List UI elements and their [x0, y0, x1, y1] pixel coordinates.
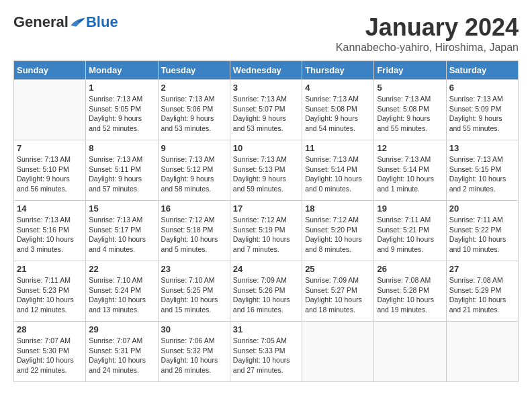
calendar-cell: 17Sunrise: 7:12 AMSunset: 5:19 PMDayligh… — [230, 201, 302, 261]
cell-info: Sunrise: 7:13 AMSunset: 5:10 PMDaylight:… — [17, 154, 83, 194]
day-number: 4 — [305, 83, 371, 93]
day-number: 5 — [377, 83, 443, 93]
cell-info: Sunrise: 7:07 AMSunset: 5:31 PMDaylight:… — [89, 336, 154, 375]
cell-info: Sunrise: 7:13 AMSunset: 5:14 PMDaylight:… — [377, 154, 443, 194]
day-number: 23 — [161, 264, 227, 274]
weekday-header-cell: Tuesday — [158, 61, 230, 80]
day-number: 28 — [17, 324, 83, 334]
day-number: 6 — [449, 83, 515, 93]
logo-blue: Blue — [86, 13, 118, 31]
day-number: 19 — [377, 203, 443, 214]
calendar-cell: 20Sunrise: 7:11 AMSunset: 5:22 PMDayligh… — [446, 201, 518, 261]
day-number: 24 — [233, 264, 299, 274]
calendar-cell: 25Sunrise: 7:09 AMSunset: 5:27 PMDayligh… — [302, 261, 374, 322]
day-number: 26 — [377, 264, 443, 274]
day-number: 1 — [89, 83, 154, 93]
day-number: 21 — [17, 264, 83, 274]
calendar-cell: 8Sunrise: 7:13 AMSunset: 5:11 PMDaylight… — [86, 140, 158, 201]
calendar-cell — [14, 80, 86, 140]
calendar-cell: 14Sunrise: 7:13 AMSunset: 5:16 PMDayligh… — [14, 201, 86, 261]
calendar-week-row: 1Sunrise: 7:13 AMSunset: 5:05 PMDaylight… — [14, 80, 519, 140]
calendar-cell: 3Sunrise: 7:13 AMSunset: 5:07 PMDaylight… — [230, 80, 302, 140]
calendar-cell: 31Sunrise: 7:05 AMSunset: 5:33 PMDayligh… — [230, 322, 302, 382]
calendar-cell: 23Sunrise: 7:10 AMSunset: 5:25 PMDayligh… — [158, 261, 230, 322]
calendar-cell: 11Sunrise: 7:13 AMSunset: 5:14 PMDayligh… — [302, 140, 374, 201]
weekday-header-cell: Monday — [86, 61, 158, 80]
day-number: 3 — [233, 83, 299, 93]
day-number: 11 — [305, 143, 371, 153]
cell-info: Sunrise: 7:09 AMSunset: 5:26 PMDaylight:… — [233, 275, 299, 315]
weekday-header-cell: Thursday — [302, 61, 374, 80]
cell-info: Sunrise: 7:13 AMSunset: 5:15 PMDaylight:… — [449, 154, 515, 194]
cell-info: Sunrise: 7:11 AMSunset: 5:23 PMDaylight:… — [17, 275, 83, 315]
calendar-cell: 6Sunrise: 7:13 AMSunset: 5:09 PMDaylight… — [446, 80, 518, 140]
day-number: 2 — [161, 83, 227, 93]
cell-info: Sunrise: 7:09 AMSunset: 5:27 PMDaylight:… — [305, 275, 371, 315]
day-number: 17 — [233, 203, 299, 214]
cell-info: Sunrise: 7:13 AMSunset: 5:09 PMDaylight:… — [449, 94, 515, 134]
calendar-cell: 2Sunrise: 7:13 AMSunset: 5:06 PMDaylight… — [158, 80, 230, 140]
cell-info: Sunrise: 7:06 AMSunset: 5:32 PMDaylight:… — [161, 336, 227, 375]
day-number: 9 — [161, 143, 227, 153]
calendar-cell: 7Sunrise: 7:13 AMSunset: 5:10 PMDaylight… — [14, 140, 86, 201]
weekday-header-cell: Friday — [374, 61, 446, 80]
cell-info: Sunrise: 7:13 AMSunset: 5:05 PMDaylight:… — [89, 94, 154, 134]
page-header: General Blue January 2024 Kannabecho-yah… — [13, 13, 519, 54]
day-number: 20 — [449, 203, 515, 214]
logo: General Blue — [13, 13, 118, 31]
calendar-cell: 28Sunrise: 7:07 AMSunset: 5:30 PMDayligh… — [14, 322, 86, 382]
day-number: 25 — [305, 264, 371, 274]
day-number: 29 — [89, 324, 154, 334]
day-number: 10 — [233, 143, 299, 153]
calendar-table: SundayMondayTuesdayWednesdayThursdayFrid… — [13, 60, 519, 382]
day-number: 16 — [161, 203, 227, 214]
calendar-cell: 29Sunrise: 7:07 AMSunset: 5:31 PMDayligh… — [86, 322, 158, 382]
calendar-cell: 19Sunrise: 7:11 AMSunset: 5:21 PMDayligh… — [374, 201, 446, 261]
title-area: January 2024 Kannabecho-yahiro, Hiroshim… — [336, 13, 519, 54]
day-number: 13 — [449, 143, 515, 153]
calendar-cell: 21Sunrise: 7:11 AMSunset: 5:23 PMDayligh… — [14, 261, 86, 322]
weekday-header-row: SundayMondayTuesdayWednesdayThursdayFrid… — [14, 61, 519, 80]
cell-info: Sunrise: 7:13 AMSunset: 5:07 PMDaylight:… — [233, 94, 299, 134]
calendar-cell: 18Sunrise: 7:12 AMSunset: 5:20 PMDayligh… — [302, 201, 374, 261]
weekday-header-cell: Saturday — [446, 61, 518, 80]
cell-info: Sunrise: 7:13 AMSunset: 5:16 PMDaylight:… — [17, 215, 83, 255]
calendar-cell: 12Sunrise: 7:13 AMSunset: 5:14 PMDayligh… — [374, 140, 446, 201]
calendar-cell: 4Sunrise: 7:13 AMSunset: 5:08 PMDaylight… — [302, 80, 374, 140]
calendar-cell — [446, 322, 518, 382]
calendar-cell: 13Sunrise: 7:13 AMSunset: 5:15 PMDayligh… — [446, 140, 518, 201]
cell-info: Sunrise: 7:10 AMSunset: 5:24 PMDaylight:… — [89, 275, 154, 315]
day-number: 18 — [305, 203, 371, 214]
calendar-week-row: 21Sunrise: 7:11 AMSunset: 5:23 PMDayligh… — [14, 261, 519, 322]
cell-info: Sunrise: 7:08 AMSunset: 5:29 PMDaylight:… — [449, 275, 515, 315]
cell-info: Sunrise: 7:13 AMSunset: 5:08 PMDaylight:… — [377, 94, 443, 134]
day-number: 31 — [233, 324, 299, 334]
day-number: 22 — [89, 264, 154, 274]
cell-info: Sunrise: 7:13 AMSunset: 5:11 PMDaylight:… — [89, 154, 154, 194]
day-number: 8 — [89, 143, 154, 153]
calendar-cell: 24Sunrise: 7:09 AMSunset: 5:26 PMDayligh… — [230, 261, 302, 322]
calendar-cell: 15Sunrise: 7:13 AMSunset: 5:17 PMDayligh… — [86, 201, 158, 261]
calendar-cell: 16Sunrise: 7:12 AMSunset: 5:18 PMDayligh… — [158, 201, 230, 261]
day-number: 15 — [89, 203, 154, 214]
cell-info: Sunrise: 7:13 AMSunset: 5:08 PMDaylight:… — [305, 94, 371, 134]
day-number: 14 — [17, 203, 83, 214]
calendar-cell: 5Sunrise: 7:13 AMSunset: 5:08 PMDaylight… — [374, 80, 446, 140]
logo-general: General — [13, 13, 69, 31]
cell-info: Sunrise: 7:12 AMSunset: 5:18 PMDaylight:… — [161, 215, 227, 255]
weekday-header-cell: Wednesday — [230, 61, 302, 80]
cell-info: Sunrise: 7:13 AMSunset: 5:17 PMDaylight:… — [89, 215, 154, 255]
calendar-cell: 1Sunrise: 7:13 AMSunset: 5:05 PMDaylight… — [86, 80, 158, 140]
weekday-header-cell: Sunday — [14, 61, 86, 80]
calendar-cell: 9Sunrise: 7:13 AMSunset: 5:12 PMDaylight… — [158, 140, 230, 201]
location-title: Kannabecho-yahiro, Hiroshima, Japan — [336, 42, 519, 54]
logo-bird-icon — [70, 15, 86, 29]
calendar-cell — [374, 322, 446, 382]
calendar-cell: 30Sunrise: 7:06 AMSunset: 5:32 PMDayligh… — [158, 322, 230, 382]
cell-info: Sunrise: 7:12 AMSunset: 5:19 PMDaylight:… — [233, 215, 299, 255]
cell-info: Sunrise: 7:13 AMSunset: 5:14 PMDaylight:… — [305, 154, 371, 194]
day-number: 30 — [161, 324, 227, 334]
cell-info: Sunrise: 7:05 AMSunset: 5:33 PMDaylight:… — [233, 336, 299, 375]
cell-info: Sunrise: 7:13 AMSunset: 5:12 PMDaylight:… — [161, 154, 227, 194]
cell-info: Sunrise: 7:11 AMSunset: 5:21 PMDaylight:… — [377, 215, 443, 255]
